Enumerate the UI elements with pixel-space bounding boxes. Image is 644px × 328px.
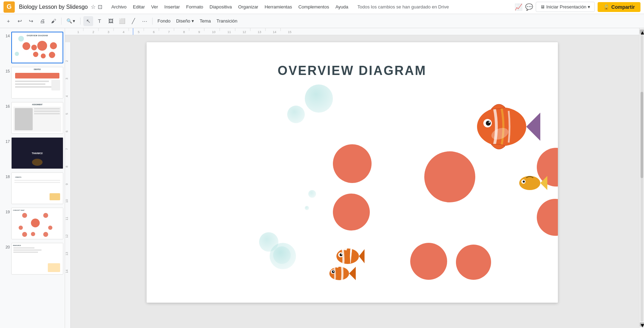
fondo-btn[interactable]: Fondo	[155, 17, 173, 25]
svg-point-61	[333, 271, 334, 272]
right-scrollbar[interactable]: ▲ ▼	[639, 28, 644, 328]
slide-thumb-18[interactable]: CREDITS	[11, 172, 63, 204]
drive-icon[interactable]: ⊡	[98, 4, 102, 10]
menu-ver[interactable]: Ver	[148, 3, 161, 11]
sep2	[80, 18, 80, 25]
menu-formato[interactable]: Formato	[183, 3, 206, 11]
svg-text:13: 13	[65, 252, 69, 256]
circle-4	[410, 243, 447, 280]
slide-thumb-20[interactable]: RESOURCE	[11, 243, 63, 275]
doc-title: Biology Lesson by Slidesgo	[19, 4, 88, 10]
fondo-label: Fondo	[157, 18, 170, 24]
svg-marker-43	[526, 113, 540, 141]
svg-text:2: 2	[65, 60, 69, 62]
svg-text:14: 14	[65, 270, 69, 273]
transicion-btn[interactable]: Transición	[214, 17, 239, 25]
svg-marker-53	[359, 249, 365, 263]
bubble-2	[287, 106, 305, 123]
svg-text:8: 8	[183, 30, 185, 34]
slides-panel: 14 OVERVIEW DIAGRAM	[0, 28, 65, 328]
menu-diapositiva[interactable]: Diapositiva	[207, 3, 235, 11]
bubble-4	[305, 206, 309, 210]
svg-text:3: 3	[108, 30, 109, 34]
slide-item-18[interactable]: 18 CREDITS	[1, 172, 63, 205]
lock-icon: 🔒	[603, 4, 609, 10]
image-tool[interactable]: 🖼	[106, 16, 116, 26]
svg-text:9: 9	[198, 30, 200, 34]
slide-thumb-14[interactable]: OVERVIEW DIAGRAM	[11, 32, 63, 63]
svg-text:12: 12	[65, 234, 69, 238]
menu-organizar[interactable]: Organizar	[236, 3, 261, 11]
menu-complementos[interactable]: Complementos	[296, 3, 332, 11]
slide-num-19: 19	[2, 208, 10, 214]
toolbar: + ↩ ↪ 🖨 🖌 🔍 ▾ ↖ T 🖼 ⬜ ╱ ⋯ Fondo Diseño ▾…	[0, 14, 644, 28]
line-tool[interactable]: ╱	[128, 16, 138, 26]
slide-num-17: 17	[2, 137, 10, 144]
canvas-area: 1 2 3 4 5 6 7 8 9 10 11 12 13 14	[65, 28, 639, 328]
svg-text:1: 1	[77, 30, 79, 34]
present-button[interactable]: 🖥 Iniciar Presentación ▾	[536, 2, 595, 12]
present-dropdown-arrow[interactable]: ▾	[588, 4, 590, 10]
print-button[interactable]: 🖨	[37, 16, 47, 26]
circle-7	[537, 199, 558, 236]
svg-text:7: 7	[65, 148, 69, 150]
slide-item-14[interactable]: 14 OVERVIEW DIAGRAM	[1, 31, 63, 64]
app-logo: G	[4, 1, 15, 13]
svg-text:10: 10	[65, 199, 69, 203]
add-slide-button[interactable]: +	[4, 16, 13, 26]
diseno-btn[interactable]: Diseño ▾	[174, 17, 196, 25]
menu-archivo[interactable]: Archivo	[109, 3, 129, 11]
svg-text:3: 3	[65, 78, 69, 80]
svg-text:15: 15	[288, 30, 291, 34]
tema-btn[interactable]: Tema	[198, 17, 213, 25]
bubble-1	[305, 84, 333, 113]
more-tool[interactable]: ⋯	[140, 16, 149, 26]
svg-text:5: 5	[138, 30, 140, 34]
menu-insertar[interactable]: Insertar	[162, 3, 183, 11]
menu-herramientas[interactable]: Herramientas	[262, 3, 295, 11]
autosave-msg: Todos los cambios se han guardado en Dri…	[358, 4, 449, 10]
slide-thumb-16[interactable]: ASSIGNMENT	[11, 102, 63, 134]
trending-icon[interactable]: 📈	[515, 3, 522, 11]
scroll-thumb[interactable]	[640, 92, 643, 178]
paint-format-button[interactable]: 🖌	[49, 16, 58, 26]
svg-text:4: 4	[65, 95, 69, 97]
slide-item-16[interactable]: 16 ASSIGNMENT	[1, 101, 63, 134]
slide-canvas[interactable]: OVERVIEW DIAGRAM	[147, 42, 558, 303]
share-label: Compartir	[611, 4, 635, 10]
slide-item-17[interactable]: 17 THANKS!	[1, 137, 63, 170]
shape-tool[interactable]: ⬜	[117, 16, 127, 26]
slide-item-15[interactable]: 15 DIENTES	[1, 66, 63, 99]
canvas-wrapper[interactable]: 2 3 4 5 6 7 8 9 10 11 12 13 14	[65, 35, 639, 328]
tema-label: Tema	[200, 18, 211, 24]
slide-item-20[interactable]: 20 RESOURCE	[1, 242, 63, 275]
comment-icon[interactable]: 💬	[525, 3, 533, 11]
bubble-3	[308, 190, 316, 198]
redo-button[interactable]: ↪	[26, 16, 36, 26]
scroll-down-btn[interactable]: ▼	[640, 322, 644, 327]
cursor-tool[interactable]: ↖	[83, 16, 93, 26]
zoom-dropdown[interactable]: 🔍 ▾	[64, 17, 77, 25]
slide-item-19[interactable]: 19 CONCEPT MAP	[1, 207, 63, 240]
slide-thumb-15[interactable]: DIENTES	[11, 67, 63, 99]
slide-thumb-17[interactable]: THANKS!	[11, 137, 63, 169]
slide-title: OVERVIEW DIAGRAM	[278, 63, 426, 78]
bubble-7	[273, 246, 291, 264]
menu-ayuda[interactable]: Ayuda	[333, 3, 351, 11]
svg-text:4: 4	[123, 30, 124, 34]
scroll-track[interactable]	[640, 34, 643, 322]
sep3	[152, 18, 153, 25]
text-tool[interactable]: T	[95, 16, 104, 26]
slide-thumb-19[interactable]: CONCEPT MAP	[11, 208, 63, 239]
menu-editar[interactable]: Editar	[130, 3, 148, 11]
svg-text:12: 12	[243, 30, 246, 34]
circle-1	[333, 144, 372, 183]
undo-button[interactable]: ↩	[15, 16, 25, 26]
concept-map-thumb-label: CONCEPT MAP	[13, 209, 25, 211]
svg-point-46	[489, 121, 490, 123]
scroll-up-btn[interactable]: ▲	[640, 30, 644, 34]
star-icon[interactable]: ☆	[91, 4, 96, 10]
svg-point-45	[486, 121, 491, 126]
share-button[interactable]: 🔒 Compartir	[598, 2, 640, 12]
ruler-content: 1 2 3 4 5 6 7 8 9 10 11 12 13 14	[65, 28, 639, 35]
